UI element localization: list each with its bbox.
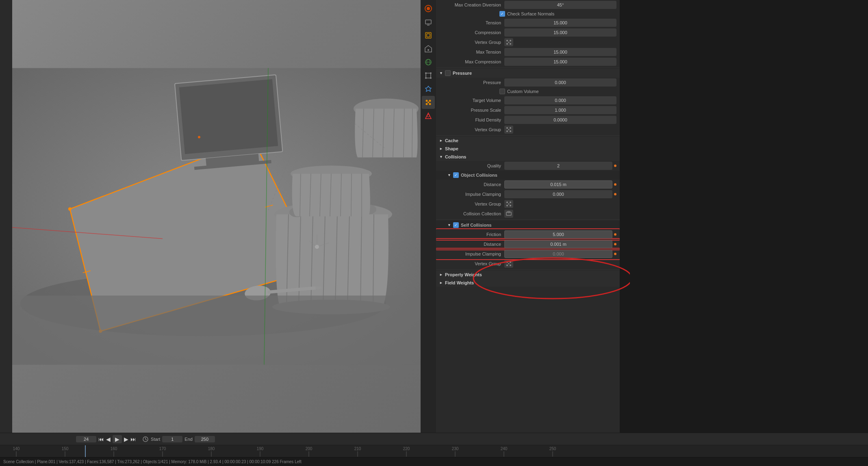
custom-volume-checkbox[interactable]	[499, 89, 505, 94]
vertex-group-button-2[interactable]	[504, 126, 513, 134]
object-distance-value[interactable]: 0.015 m	[504, 180, 612, 189]
cache-section-header[interactable]: ► Cache	[436, 137, 620, 145]
compression-row: Compression 15.000	[436, 28, 620, 37]
check-surface-normals-checkbox[interactable]: ✓	[499, 11, 505, 17]
svg-point-80	[429, 100, 431, 102]
friction-value[interactable]: 5.000	[504, 230, 612, 238]
svg-text:230: 230	[452, 446, 459, 451]
collisions-section-header[interactable]: ▼ Collisions	[436, 153, 620, 161]
svg-point-59	[198, 136, 200, 139]
physics-properties-icon[interactable]	[422, 109, 435, 122]
start-frame-input[interactable]	[162, 436, 182, 442]
svg-point-79	[426, 100, 428, 102]
vertex-group-row-2: Vertex Group	[436, 125, 620, 134]
scene-properties-icon[interactable]	[422, 42, 435, 55]
compression-value[interactable]: 15.000	[504, 28, 616, 37]
main-area: Max Creation Diversion 45° ✓ Check Surfa…	[0, 0, 868, 433]
pressure-scale-label: Pressure Scale	[439, 108, 504, 113]
object-collisions-checkbox[interactable]: ✓	[453, 172, 459, 178]
pressure-scale-row: Pressure Scale 1.000	[436, 105, 620, 115]
self-distance-value[interactable]: 0.001 m	[504, 240, 612, 248]
render-properties-icon[interactable]	[422, 2, 435, 15]
self-distance-dot	[614, 243, 616, 245]
world-properties-icon[interactable]	[422, 56, 435, 69]
viewport[interactable]	[0, 0, 421, 433]
status-text: Scene Collection | Plane.001 | Verts:137…	[3, 459, 302, 464]
svg-rect-11	[179, 79, 278, 154]
obj-collisions-arrow: ▼	[447, 173, 451, 177]
max-compression-value[interactable]: 15.000	[504, 58, 616, 66]
end-frame-input[interactable]	[195, 436, 215, 442]
pressure-field-value[interactable]: 0.000	[504, 78, 616, 87]
self-impulse-clamping-value[interactable]: 0.000	[504, 250, 612, 258]
svg-text:160: 160	[111, 446, 117, 451]
object-distance-label: Distance	[439, 182, 504, 187]
max-tension-value[interactable]: 15.000	[504, 48, 616, 56]
svg-point-81	[426, 103, 428, 105]
timeline-ruler[interactable]: 140 150 160 170 180 190 200 210 220 230 …	[0, 445, 868, 457]
svg-point-89	[508, 42, 510, 43]
svg-line-41	[351, 174, 352, 217]
modifier-properties-icon[interactable]	[422, 82, 435, 95]
play-forward-icon[interactable]: ▶	[124, 436, 128, 442]
particles-properties-icon[interactable]	[422, 96, 435, 109]
vertex-group-label-1: Vertex Group	[439, 40, 504, 45]
separator-4	[436, 269, 620, 270]
separator-1	[436, 67, 620, 68]
obj-impulse-clamping-value[interactable]: 0.000	[504, 190, 612, 198]
svg-point-97	[506, 205, 508, 206]
start-label: Start	[151, 437, 160, 442]
svg-point-95	[506, 202, 508, 203]
object-collisions-header: ▼ ✓ Object Collisions	[436, 171, 620, 180]
compression-label: Compression	[439, 30, 504, 35]
shape-label: Shape	[445, 146, 458, 151]
cache-label: Cache	[445, 138, 458, 143]
quality-value[interactable]: 2	[504, 162, 612, 170]
svg-text:180: 180	[208, 446, 215, 451]
svg-point-105	[510, 264, 511, 266]
vertex-group-button-1[interactable]	[504, 38, 513, 46]
shape-section-header[interactable]: ► Shape	[436, 145, 620, 153]
vertex-group-button-3[interactable]	[504, 200, 513, 208]
svg-rect-53	[0, 296, 421, 365]
pressure-checkbox[interactable]	[445, 70, 451, 76]
property-weights-label: Property Weights	[445, 272, 482, 277]
obj-impulse-clamping-row: Impulse Clamping 0.000	[436, 189, 620, 199]
playback-end-icon[interactable]: ⏭	[130, 436, 136, 442]
field-weights-header[interactable]: ► Field Weights	[436, 279, 620, 287]
play-backward-icon[interactable]: ◀	[106, 436, 111, 442]
view-layer-properties-icon[interactable]	[422, 29, 435, 42]
tension-value[interactable]: 15.000	[504, 19, 616, 27]
target-volume-value[interactable]: 0.000	[504, 96, 616, 104]
property-weights-arrow: ►	[439, 273, 443, 277]
svg-point-94	[508, 129, 510, 130]
pressure-field-label: Pressure	[439, 80, 504, 85]
pressure-scale-value[interactable]: 1.000	[504, 106, 616, 114]
friction-label: Friction	[439, 232, 504, 237]
object-properties-icon[interactable]	[422, 69, 435, 82]
vertex-group-label-3: Vertex Group	[439, 202, 504, 206]
current-frame-input[interactable]	[76, 436, 96, 442]
max-creation-diversion-value[interactable]: 45°	[504, 1, 616, 9]
shape-arrow: ►	[439, 147, 443, 151]
self-collisions-checkbox[interactable]: ✓	[453, 222, 459, 228]
fluid-density-value[interactable]: 0.0000	[504, 116, 616, 124]
max-tension-label: Max Tension	[439, 50, 504, 54]
vertex-group-label-4: Vertex Group	[439, 261, 504, 266]
timeline-area: ⏮ ◀ ▶ ▶ ⏭ Start End 140 150	[0, 433, 868, 457]
pressure-arrow: ▼	[439, 71, 443, 75]
svg-point-64	[427, 7, 430, 10]
property-weights-header[interactable]: ► Property Weights	[436, 271, 620, 279]
obj-impulse-clamping-dot	[614, 193, 616, 195]
vertex-group-label-2: Vertex Group	[439, 127, 504, 132]
collision-collection-button[interactable]	[504, 210, 513, 218]
play-icon[interactable]: ▶	[113, 435, 122, 443]
svg-line-49	[412, 109, 412, 158]
vertex-group-button-4[interactable]	[504, 260, 513, 268]
svg-text:140: 140	[13, 446, 20, 451]
output-properties-icon[interactable]	[422, 15, 435, 28]
playback-start-icon[interactable]: ⏮	[98, 436, 104, 442]
collisions-arrow: ▼	[439, 155, 443, 159]
pressure-section-header[interactable]: ▼ Pressure	[436, 69, 620, 78]
svg-point-102	[506, 261, 508, 263]
